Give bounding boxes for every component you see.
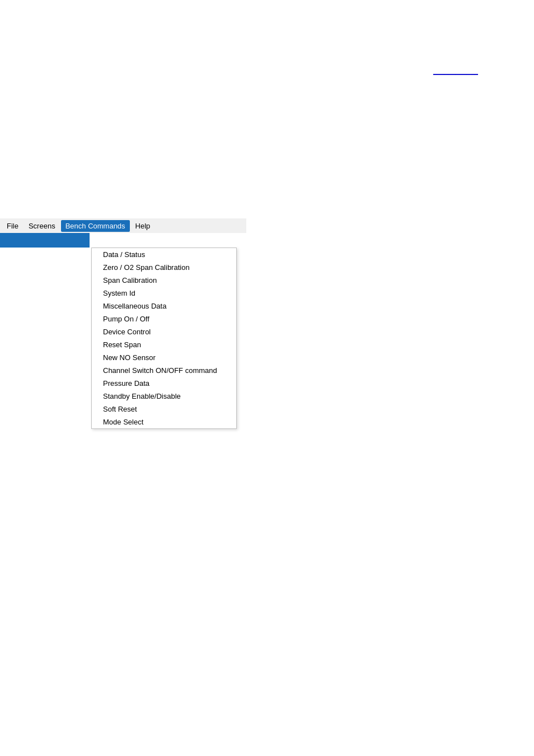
menu-item-bench-commands[interactable]: Bench Commands xyxy=(61,220,130,232)
menubar: File Screens Bench Commands Help xyxy=(0,218,246,233)
top-link[interactable]: ____________ xyxy=(433,67,478,75)
dropdown-item-zero-o2-span[interactable]: Zero / O2 Span Calibration xyxy=(92,261,236,274)
dropdown-item-soft-reset[interactable]: Soft Reset xyxy=(92,403,236,416)
app-window: ____________ File Screens Bench Commands… xyxy=(0,0,534,756)
dropdown-item-standby-enable[interactable]: Standby Enable/Disable xyxy=(92,390,236,403)
menu-item-file[interactable]: File xyxy=(2,220,23,232)
dropdown-item-channel-switch[interactable]: Channel Switch ON/OFF command xyxy=(92,364,236,377)
menubar-container: File Screens Bench Commands Help xyxy=(0,218,246,233)
dropdown-item-span-calibration[interactable]: Span Calibration xyxy=(92,274,236,287)
dropdown-item-pump-on-off[interactable]: Pump On / Off xyxy=(92,312,236,325)
dropdown-item-device-control[interactable]: Device Control xyxy=(92,325,236,338)
bench-commands-dropdown: Data / Status Zero / O2 Span Calibration… xyxy=(91,248,237,429)
dropdown-item-system-id[interactable]: System Id xyxy=(92,287,236,300)
dropdown-item-mode-select[interactable]: Mode Select xyxy=(92,416,236,428)
dropdown-item-miscellaneous-data[interactable]: Miscellaneous Data xyxy=(92,300,236,312)
dropdown-item-reset-span[interactable]: Reset Span xyxy=(92,338,236,351)
dropdown-item-new-no-sensor[interactable]: New NO Sensor xyxy=(92,351,236,364)
dropdown-item-pressure-data[interactable]: Pressure Data xyxy=(92,377,236,390)
menu-item-help[interactable]: Help xyxy=(131,220,155,232)
dropdown-item-data-status[interactable]: Data / Status xyxy=(92,248,236,261)
blue-bar-accent xyxy=(0,233,90,248)
top-area: ____________ xyxy=(0,0,534,218)
menu-item-screens[interactable]: Screens xyxy=(24,220,60,232)
